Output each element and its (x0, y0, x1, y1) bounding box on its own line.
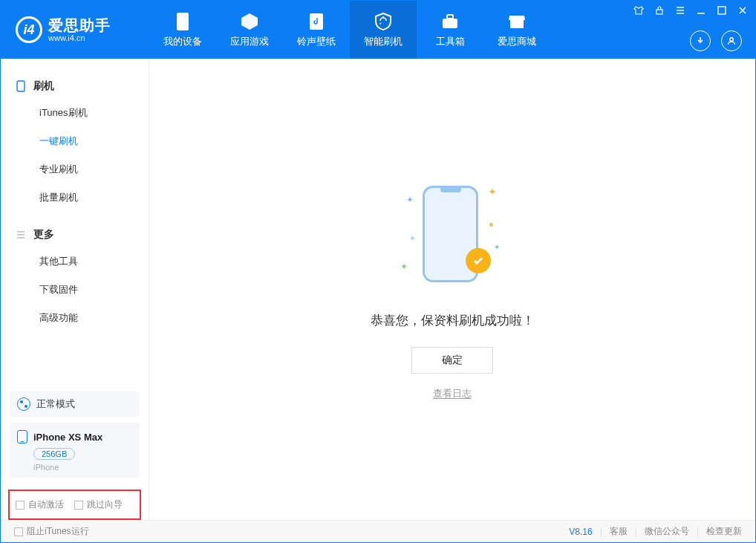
tab-label: 我的设备 (163, 35, 202, 48)
main-content: ✦✦ ✦✦ 恭喜您，保资料刷机成功啦！ 确定 查看日志 (149, 59, 755, 520)
toolbox-icon (440, 11, 460, 32)
tab-toolbox[interactable]: 工具箱 (417, 1, 483, 59)
sidebar-item-pro-flash[interactable]: 专业刷机 (1, 155, 149, 183)
svg-rect-1 (310, 13, 323, 30)
minimize-icon[interactable] (696, 5, 706, 16)
sidebar-item-advanced[interactable]: 高级功能 (1, 304, 149, 332)
tab-label: 智能刷机 (364, 35, 403, 48)
lock-icon[interactable] (654, 5, 665, 16)
checkbox-icon (74, 501, 83, 510)
device-mode-row[interactable]: 正常模式 (10, 391, 140, 417)
user-button[interactable] (721, 30, 742, 51)
status-bar: 阻止iTunes运行 V8.16 | 客服 | 微信公众号 | 检查更新 (1, 520, 755, 542)
title-bar: i4 爱思助手 www.i4.cn 我的设备 应用游戏 铃声壁纸 智能刷机 工具… (1, 1, 755, 59)
block-itunes-checkbox[interactable]: 阻止iTunes运行 (14, 525, 89, 538)
svg-rect-0 (177, 13, 189, 30)
svg-rect-4 (656, 10, 662, 14)
svg-rect-3 (447, 15, 453, 19)
menu-icon[interactable] (675, 5, 685, 16)
sidebar-item-batch-flash[interactable]: 批量刷机 (1, 183, 149, 212)
device-panel: 正常模式 iPhone XS Max 256GB iPhone (10, 391, 140, 478)
tab-label: 工具箱 (436, 35, 465, 48)
logo-area: i4 爱思助手 www.i4.cn (1, 1, 149, 59)
top-nav: 我的设备 应用游戏 铃声壁纸 智能刷机 工具箱 爱思商城 (149, 1, 550, 59)
tab-ringtones[interactable]: 铃声壁纸 (283, 1, 350, 59)
device-type: iPhone (33, 463, 132, 472)
device-name: iPhone XS Max (33, 432, 102, 443)
footer-link-update[interactable]: 检查更新 (706, 525, 742, 538)
footer-link-wechat[interactable]: 微信公众号 (645, 525, 689, 538)
success-message: 恭喜您，保资料刷机成功啦！ (371, 312, 535, 329)
app-subtitle: www.i4.cn (48, 33, 111, 42)
sidebar-group-more: 更多 (1, 222, 149, 247)
app-logo-icon: i4 (16, 16, 42, 43)
group-title: 更多 (33, 228, 54, 241)
maximize-icon[interactable] (717, 5, 727, 16)
sidebar-item-oneclick-flash[interactable]: 一键刷机 (1, 127, 149, 155)
auto-activate-checkbox[interactable]: 自动激活 (16, 498, 64, 511)
options-highlight-box: 自动激活 跳过向导 (8, 490, 141, 520)
connected-device-card[interactable]: iPhone XS Max 256GB iPhone (10, 423, 140, 478)
shop-icon (506, 11, 527, 32)
checkbox-label: 自动激活 (28, 498, 64, 511)
phone-small-icon (16, 80, 26, 92)
svg-point-6 (730, 38, 734, 42)
mode-icon (17, 397, 30, 411)
cube-icon (239, 11, 260, 32)
shield-icon (373, 11, 394, 32)
checkbox-icon (16, 501, 25, 510)
svg-rect-2 (443, 19, 457, 28)
view-log-link[interactable]: 查看日志 (433, 387, 472, 400)
group-title: 刷机 (33, 79, 54, 93)
checkbox-label: 跳过向导 (87, 498, 123, 511)
music-file-icon (306, 11, 327, 32)
sidebar-group-flash: 刷机 (1, 74, 149, 99)
sidebar-item-other-tools[interactable]: 其他工具 (1, 247, 149, 276)
app-title: 爱思助手 (48, 17, 111, 33)
window-controls (633, 5, 748, 16)
footer-link-support[interactable]: 客服 (610, 525, 628, 538)
mode-label: 正常模式 (36, 397, 75, 411)
tab-my-device[interactable]: 我的设备 (149, 1, 216, 59)
sidebar-item-download-firmware[interactable]: 下载固件 (1, 276, 149, 304)
sidebar: 刷机 iTunes刷机 一键刷机 专业刷机 批量刷机 更多 其他工具 下载固件 … (1, 59, 149, 520)
list-icon (16, 229, 26, 241)
svg-rect-7 (17, 81, 25, 91)
tab-label: 铃声壁纸 (297, 35, 336, 48)
skip-guide-checkbox[interactable]: 跳过向导 (74, 498, 123, 511)
tab-label: 应用游戏 (230, 35, 269, 48)
device-small-icon (17, 430, 27, 443)
sidebar-item-itunes-flash[interactable]: iTunes刷机 (1, 99, 149, 127)
tab-label: 爱思商城 (498, 35, 536, 48)
check-badge-icon (466, 248, 491, 273)
version-label: V8.16 (569, 527, 592, 537)
close-icon[interactable] (737, 5, 748, 16)
download-button[interactable] (690, 30, 711, 51)
tab-store[interactable]: 爱思商城 (483, 1, 550, 59)
checkbox-label: 阻止iTunes运行 (27, 525, 89, 538)
svg-rect-5 (718, 7, 726, 14)
device-storage-badge: 256GB (33, 448, 75, 460)
ok-button[interactable]: 确定 (411, 347, 493, 374)
success-illustration: ✦✦ ✦✦ (378, 178, 527, 290)
header-right-actions (690, 30, 742, 51)
tab-apps-games[interactable]: 应用游戏 (216, 1, 283, 59)
tab-smart-flash[interactable]: 智能刷机 (350, 1, 417, 59)
checkbox-icon (14, 527, 23, 536)
device-icon (172, 11, 193, 32)
shirt-icon[interactable] (633, 5, 644, 16)
